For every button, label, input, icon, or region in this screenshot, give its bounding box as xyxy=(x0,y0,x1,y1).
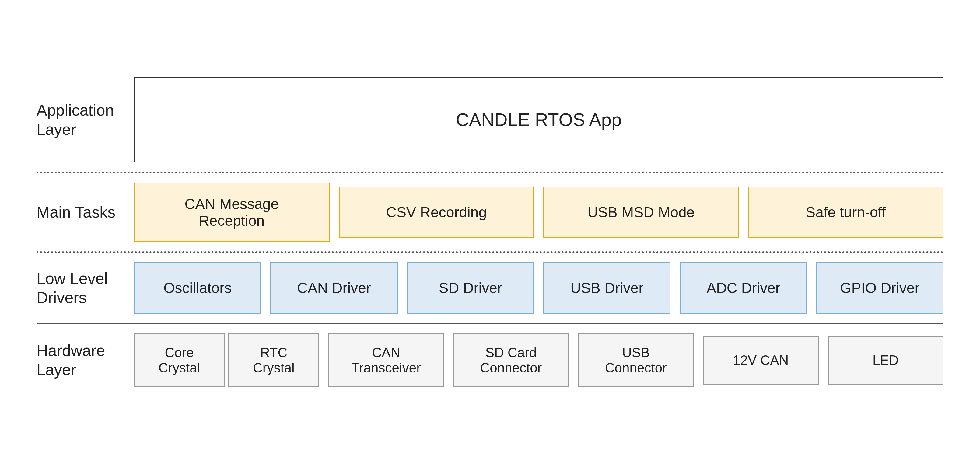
main-tasks-layer-label: Main Tasks xyxy=(37,203,134,221)
driver-sd: SD Driver xyxy=(407,262,534,314)
low-level-drivers-layer-row: Low Level Drivers Oscillators CAN Driver… xyxy=(37,262,943,314)
crystal-pair-group: Core Crystal RTC Crystal xyxy=(134,334,319,387)
driver-can: CAN Driver xyxy=(270,262,398,314)
candle-rtos-app-box: CANDLE RTOS App xyxy=(134,77,943,162)
separator-tasks-drivers xyxy=(37,251,943,253)
drivers-content: Oscillators CAN Driver SD Driver USB Dri… xyxy=(134,262,943,314)
driver-oscillators: Oscillators xyxy=(134,262,261,314)
hardware-layer-label: Hardware Layer xyxy=(37,341,134,379)
hw-core-crystal: Core Crystal xyxy=(134,334,224,387)
hw-usb-connector: USB Connector xyxy=(578,334,694,387)
application-layer-row: Application Layer CANDLE RTOS App xyxy=(37,77,943,162)
hardware-content: Core Crystal RTC Crystal CAN Transceiver… xyxy=(134,334,943,387)
hw-led: LED xyxy=(828,336,943,385)
main-tasks-layer-row: Main Tasks CAN Message Reception CSV Rec… xyxy=(37,183,943,242)
driver-usb: USB Driver xyxy=(543,262,670,314)
task-csv-recording: CSV Recording xyxy=(339,186,535,238)
hardware-layer-row: Hardware Layer Core Crystal RTC Crystal … xyxy=(37,334,943,387)
driver-adc: ADC Driver xyxy=(679,262,807,314)
task-can-reception: CAN Message Reception xyxy=(134,183,329,242)
architecture-diagram: Application Layer CANDLE RTOS App Main T… xyxy=(18,65,962,399)
hw-rtc-crystal: RTC Crystal xyxy=(228,334,319,387)
separator-drivers-hardware xyxy=(37,323,943,324)
task-safe-turnoff: Safe turn-off xyxy=(748,186,944,238)
application-layer-content: CANDLE RTOS App xyxy=(134,77,943,162)
low-level-drivers-label: Low Level Drivers xyxy=(37,269,134,307)
hw-can-transceiver: CAN Transceiver xyxy=(328,334,444,387)
task-usb-msd-mode: USB MSD Mode xyxy=(543,186,739,238)
hw-12v-can: 12V CAN xyxy=(703,336,818,385)
driver-gpio: GPIO Driver xyxy=(816,262,943,314)
application-layer-label: Application Layer xyxy=(37,101,134,139)
main-tasks-content: CAN Message Reception CSV Recording USB … xyxy=(134,183,943,242)
separator-app-tasks xyxy=(37,172,943,173)
hw-sd-card-connector: SD Card Connector xyxy=(453,334,569,387)
